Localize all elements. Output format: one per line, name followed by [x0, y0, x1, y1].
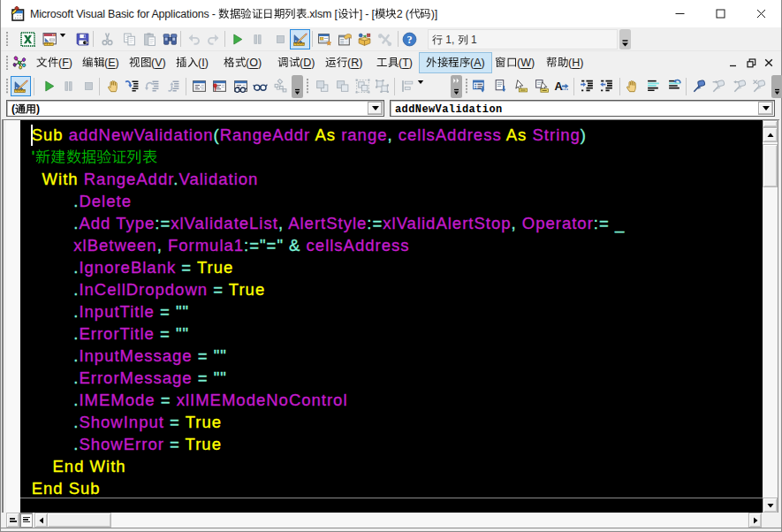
clear-all-bookmarks-icon: [752, 79, 767, 94]
object-browser-button[interactable]: [357, 32, 372, 47]
menu-item-5[interactable]: (O): [217, 52, 268, 73]
step-out-button[interactable]: [165, 79, 180, 94]
toolbar-grip[interactable]: [466, 79, 467, 95]
toolbar-overflow-button[interactable]: [292, 75, 303, 98]
step-into-button[interactable]: [125, 79, 140, 94]
quick-info-button[interactable]: [513, 79, 528, 94]
toggle-bookmark-button[interactable]: [692, 79, 707, 94]
mdi-close-button[interactable]: [760, 54, 778, 72]
complete-word-button[interactable]: A: [554, 79, 569, 94]
full-module-view-button[interactable]: [19, 513, 33, 528]
parameter-info-button[interactable]: [535, 79, 550, 94]
menu-item-6[interactable]: (D): [271, 52, 321, 73]
toolbox-button[interactable]: [377, 32, 392, 47]
toolbar-overflow-button[interactable]: [451, 75, 462, 98]
menu-item-10[interactable]: (W): [489, 52, 541, 73]
break-button[interactable]: [250, 32, 265, 47]
procedure-dropdown[interactable]: addNewValidation: [390, 100, 775, 117]
object-dropdown-button[interactable]: [368, 102, 383, 115]
close-button[interactable]: [740, 0, 781, 27]
locals-window-button[interactable]: [192, 79, 207, 94]
toolbar-grip[interactable]: [6, 32, 8, 46]
toolbar-grip[interactable]: [6, 79, 8, 95]
list-properties-methods-button[interactable]: [472, 79, 487, 94]
code-editor[interactable]: Sub addNewValidation(RangeAddr As range,…: [20, 120, 763, 513]
menu-item-3[interactable]: (V): [123, 52, 172, 73]
procedure-view-button[interactable]: [6, 513, 19, 528]
undo-button[interactable]: [186, 32, 201, 47]
vertical-scroll-thumb[interactable]: [763, 144, 778, 187]
save-button[interactable]: [75, 32, 90, 47]
code-text: Sub addNewValidation(RangeAddr As range,…: [20, 124, 763, 499]
vertical-scrollbar[interactable]: [763, 120, 778, 513]
step-over-button[interactable]: [145, 79, 160, 94]
procedure-dropdown-button[interactable]: [758, 102, 773, 115]
mdi-restore-button[interactable]: [742, 54, 760, 72]
toolbar-grip[interactable]: [307, 79, 308, 95]
code-segment-keyword: True: [197, 258, 233, 277]
split-box[interactable]: [763, 120, 778, 127]
scroll-up-button[interactable]: [763, 127, 778, 142]
list-constants-button[interactable]: [493, 79, 508, 94]
view-microsoft-excel-button[interactable]: [20, 32, 35, 47]
menu-item-2[interactable]: (E): [76, 52, 125, 73]
maximize-button[interactable]: [700, 0, 740, 27]
design-mode-button[interactable]: [11, 76, 31, 96]
help-button[interactable]: ?: [402, 32, 417, 47]
horizontal-scroll-track[interactable]: [34, 513, 748, 528]
dropdown-caret[interactable]: [59, 27, 66, 42]
menu-item-4[interactable]: (I): [170, 52, 215, 73]
bring-to-front-button[interactable]: [315, 79, 330, 94]
scroll-left-button[interactable]: [34, 513, 48, 528]
redo-button[interactable]: [206, 32, 221, 47]
next-bookmark-button[interactable]: [711, 79, 726, 94]
reset-button[interactable]: [273, 32, 288, 47]
menu-item-7[interactable]: (R): [319, 52, 368, 73]
quick-watch-button[interactable]: [253, 79, 268, 94]
menu-item-8[interactable]: (T): [370, 52, 419, 73]
menu-item-11[interactable]: (H): [540, 52, 589, 73]
group-button[interactable]: [355, 79, 370, 94]
insert-userform-button[interactable]: [42, 32, 57, 47]
outdent-button[interactable]: [599, 79, 614, 94]
scroll-down-button[interactable]: [763, 498, 778, 513]
uncomment-block-button[interactable]: [667, 79, 682, 94]
object-dropdown[interactable]: (): [6, 100, 384, 117]
immediate-window-button[interactable]: [212, 79, 227, 94]
find-button[interactable]: [163, 32, 178, 47]
mdi-minimize-button[interactable]: [725, 54, 742, 72]
comment-block-button[interactable]: [646, 79, 661, 94]
reset-button[interactable]: [81, 79, 96, 94]
watch-window-button[interactable]: [233, 79, 248, 94]
menu-item-1[interactable]: (F): [30, 52, 79, 73]
cut-button[interactable]: [100, 32, 115, 47]
break-button[interactable]: [61, 79, 76, 94]
indent-button[interactable]: [580, 79, 595, 94]
previous-bookmark-button[interactable]: [733, 79, 748, 94]
run-sub-userform-button[interactable]: [230, 32, 245, 47]
toggle-breakpoint-2-button[interactable]: [625, 79, 640, 94]
margin-indicator-bar[interactable]: [6, 120, 20, 513]
toggle-breakpoint-button[interactable]: [106, 79, 121, 94]
menu-item-9[interactable]: (A): [419, 52, 492, 73]
copy-button[interactable]: [122, 32, 137, 47]
ungroup-button[interactable]: [375, 79, 390, 94]
horizontal-scroll-thumb[interactable]: [47, 513, 111, 528]
design-mode-button[interactable]: [290, 29, 310, 49]
call-stack-button[interactable]: [273, 79, 288, 94]
minimize-button[interactable]: [659, 0, 700, 27]
toolbar-grip[interactable]: [6, 56, 8, 70]
scroll-right-button[interactable]: [748, 513, 762, 528]
dropdown-caret[interactable]: [417, 74, 424, 89]
code-segment-keyword: True: [186, 435, 222, 453]
align-button[interactable]: [400, 79, 415, 94]
project-explorer-button[interactable]: [317, 32, 332, 47]
clear-all-bookmarks-button[interactable]: [752, 79, 767, 94]
run-sub-userform-button[interactable]: [42, 79, 57, 94]
toolbar-options-button[interactable]: [619, 29, 631, 49]
paste-button[interactable]: [142, 32, 157, 47]
send-to-back-button[interactable]: [335, 79, 350, 94]
project-explorer-icon: [317, 32, 332, 47]
properties-window-button[interactable]: [338, 32, 353, 47]
toolbar-overflow-button[interactable]: [771, 75, 782, 98]
